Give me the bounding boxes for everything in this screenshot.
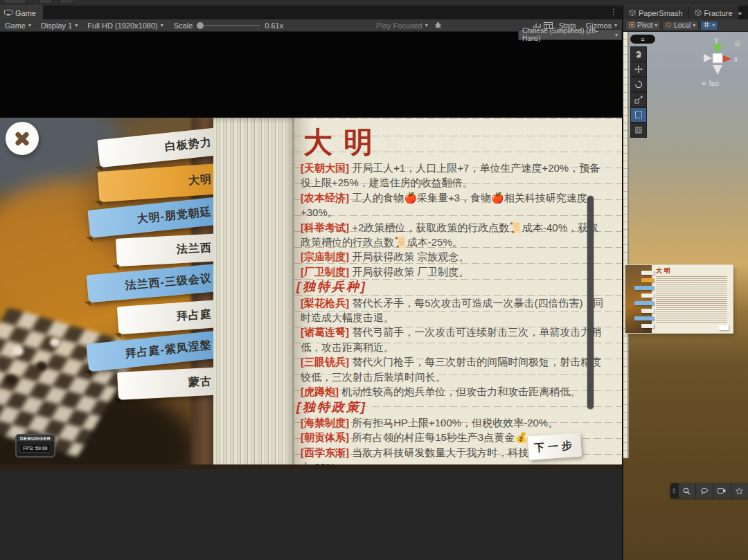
faction-ribbon[interactable]: 白板势力 [97, 127, 222, 168]
y-axis-cone [713, 44, 722, 54]
book-page-edges [213, 118, 296, 469]
trait-text: 所有拒马HP上限+100%，但税收效率-20%。 [352, 417, 558, 428]
chevron-down-icon: ▾ [654, 22, 657, 28]
language-dropdown[interactable]: Chinese (Simplified) (zh-Hans) ▾ [518, 29, 622, 40]
trait-tag: [三眼铳兵] [301, 356, 352, 368]
grid-icon [704, 21, 710, 29]
bug-icon[interactable] [433, 21, 444, 30]
clipped-toolbar-icon [3, 0, 26, 4]
faction-title: 大明 [303, 123, 384, 162]
close-button[interactable] [6, 122, 39, 155]
page-scrollbar[interactable] [587, 196, 594, 409]
hamburger-icon: ≡ [702, 79, 706, 87]
drag-handle-icon[interactable]: ‖ [670, 487, 678, 495]
trait-entry: [厂卫制度] 开局获得政策 厂卫制度。 [301, 264, 604, 279]
hand-tool-button[interactable] [630, 46, 647, 62]
grid-snap-dropdown[interactable]: ▾ [700, 21, 718, 30]
display-target-dropdown[interactable]: Display 1▾ [36, 19, 82, 32]
projection-toggle[interactable]: ≡ Iso [702, 79, 719, 87]
mini-ribbon [634, 301, 654, 305]
lasso-select-button[interactable] [695, 483, 713, 498]
canvas-mini-preview[interactable]: 大明 [625, 265, 733, 333]
trait-entry: [海禁制度] 所有拒马HP上限+100%，但税收效率-20%。 [301, 415, 604, 430]
trait-tag: [科举考试] [301, 222, 352, 233]
axis-x-label: x [734, 55, 738, 63]
panel-menu-icon[interactable]: ⋮ [746, 9, 748, 17]
faction-ribbon[interactable]: 拜占庭 [117, 300, 222, 334]
scene-tool-strip: ≡ [630, 35, 648, 138]
tab-label: PaperSmash [639, 9, 683, 17]
panel-menu-icon[interactable]: ⋮ [609, 7, 618, 17]
scale-slider[interactable] [197, 25, 260, 26]
faction-ribbon-selected[interactable]: 大明 [98, 163, 223, 202]
trait-tag: [诸葛连弩] [301, 326, 352, 338]
scale-label: Scale [168, 21, 193, 30]
trait-tag: [厂卫制度] [301, 266, 352, 278]
chevron-down-icon: ▾ [28, 22, 31, 28]
trait-entry: [科举考试] +2政策槽位，获取政策的行政点数📜成本-40%，获取政策槽位的行政… [301, 220, 604, 250]
faction-ribbon[interactable]: 法兰西-三级会议 [87, 264, 223, 303]
trait-tag: [虎蹲炮] [301, 386, 341, 397]
pivot-dropdown[interactable]: Pivot ▾ [625, 21, 661, 30]
game-panel-empty-area [0, 469, 622, 560]
faction-detail-page: 大明 [天朝大国] 开局工人+1，人口上限+7，单位生产速度+20%，预备役上限… [294, 118, 622, 469]
display-mode-dropdown[interactable]: Game▾ [0, 19, 36, 32]
game-letterbox [0, 32, 622, 118]
unity-editor-window: Game ⋮ Game▾ Display 1▾ Full HD (1920x10… [0, 0, 748, 560]
game-panel-tabbar: Game ⋮ [0, 6, 622, 19]
gizmo-center-cube [713, 53, 722, 63]
x-axis-cone [723, 55, 731, 62]
chevron-down-icon: ▾ [712, 22, 715, 28]
chevron-down-icon: ▾ [75, 22, 78, 28]
package-icon [629, 9, 636, 17]
trait-entry: [梨花枪兵] 替代长矛手，每5次攻击可造成一次暴击(四倍伤害)，同时造成大幅度击… [301, 296, 604, 325]
trait-tag: [天朝大国] [301, 162, 352, 174]
chevron-down-icon: ▾ [425, 22, 428, 28]
rect-tool-button[interactable] [630, 107, 647, 123]
faction-ribbon[interactable]: 蒙古 [117, 367, 222, 400]
next-step-button[interactable]: 下一步 [528, 433, 582, 460]
scale-tool-button[interactable] [630, 92, 647, 107]
render-bottom-edge [0, 464, 622, 469]
transform-tool-button[interactable] [630, 123, 647, 138]
panel-divider[interactable] [622, 6, 623, 560]
trait-entry: [诸葛连弩] 替代弓箭手，一次攻击可连续射击三次，单箭攻击力稍低，攻击距离稍近。 [301, 325, 604, 354]
trait-tag: [农本经济] [301, 192, 352, 204]
move-tool-button[interactable] [630, 62, 647, 77]
game-tab-icon [4, 9, 12, 17]
trait-text: 机动性较高的炮兵单位，但攻击力和攻击距离稍低。 [341, 386, 580, 397]
pivot-icon [629, 21, 635, 29]
search-button[interactable] [678, 483, 695, 498]
scene-viewport[interactable]: ≡ y [623, 32, 748, 560]
tab-label: Fracture [704, 9, 733, 17]
mini-preview-page: 大明 [652, 265, 733, 333]
faction-ribbon[interactable]: 拜占庭-紫凤涅槃 [86, 330, 222, 372]
trait-tag: [宗庙制度] [301, 251, 352, 262]
game-viewport: 白板势力大明大明-朋党朝廷法兰西法兰西-三级会议拜占庭拜占庭-紫凤涅槃蒙古 大明… [0, 118, 622, 469]
neg-y-axis-cone [713, 65, 722, 75]
page-entries: [天朝大国] 开局工人+1，人口上限+7，单位生产速度+20%，预备役上限+25… [301, 161, 604, 469]
local-dropdown[interactable]: Local ▾ [662, 21, 699, 30]
tab-scroll-icon[interactable]: ▸ [739, 9, 742, 17]
iso-text: Iso [709, 79, 719, 87]
scale-slider-thumb[interactable] [197, 22, 204, 29]
faction-ribbon[interactable]: 大明-朋党朝廷 [87, 197, 222, 238]
tab-fracture[interactable]: Fracture [689, 6, 739, 19]
scene-overlay-toolbar: ‖ [670, 483, 748, 498]
tab-papersmash[interactable]: PaperSmash [623, 6, 689, 19]
game-tab-label: Game [15, 9, 36, 17]
chevron-down-icon: ▾ [615, 32, 618, 38]
trait-tag: [西学东渐] [301, 446, 352, 458]
favorites-button[interactable] [731, 483, 748, 498]
camera-button[interactable] [713, 483, 730, 498]
tab-game[interactable]: Game [0, 6, 43, 19]
play-focused-dropdown[interactable]: Play Focused▾ [371, 19, 433, 32]
faction-ribbon-list: 白板势力大明大明-朋党朝廷法兰西法兰西-三级会议拜占庭拜占庭-紫凤涅槃蒙古 [0, 118, 229, 469]
lock-icon[interactable] [734, 37, 741, 50]
scale-value: 0.61x [265, 21, 283, 30]
rotate-tool-button[interactable] [630, 77, 647, 92]
overlay-menu-handle[interactable]: ≡ [630, 35, 655, 44]
faction-ribbon[interactable]: 法兰西 [116, 233, 222, 267]
clipped-toolbar-icon [39, 0, 53, 4]
resolution-dropdown[interactable]: Full HD (1920x1080)▾ [82, 19, 168, 32]
